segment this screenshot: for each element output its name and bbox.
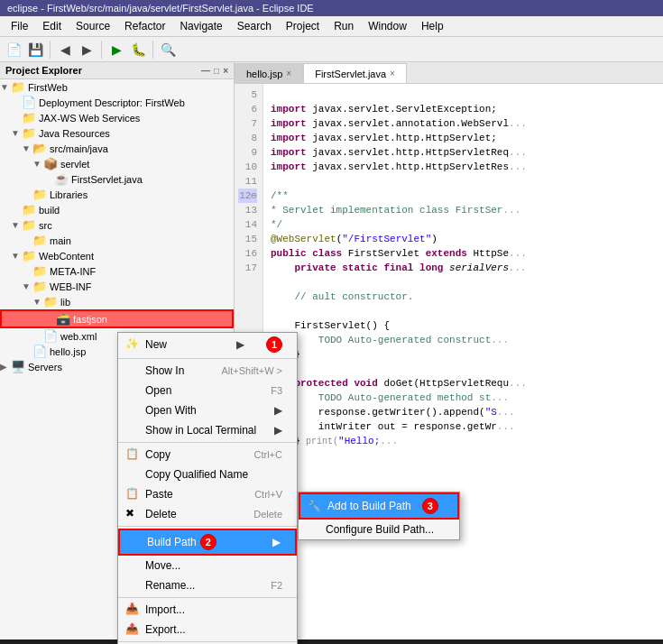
menu-window[interactable]: Window	[361, 18, 414, 34]
menu-source[interactable]: Source	[69, 18, 117, 34]
tree-indent-src-main	[0, 143, 22, 154]
ctx-openwith-arrow: ▶	[274, 404, 282, 417]
tree-toggle-webcontent[interactable]: ▼	[11, 251, 22, 261]
ctx-showlocal[interactable]: Show in Local Terminal ▶	[118, 420, 297, 440]
tree-toggle-src-main[interactable]: ▼	[22, 143, 32, 153]
tab-hello-jsp[interactable]: hello.jsp ×	[235, 63, 303, 83]
context-menu: ✨ New ▶ 1 Show In Alt+Shift+W > Open F3 …	[117, 332, 298, 644]
tree-item-libraries[interactable]: 📁Libraries	[0, 187, 234, 202]
tree-item-firstweb[interactable]: ▼📁FirstWeb	[0, 79, 234, 95]
ln-11: 11	[238, 174, 257, 189]
toolbar: 📄 💾 ◀ ▶ ▶ 🐛 🔍	[0, 37, 663, 62]
tree-label-src-main: src/main/java	[50, 143, 234, 154]
tree-item-lib[interactable]: ▼📁lib	[0, 294, 234, 309]
tree-label-src: src	[39, 220, 234, 231]
ctx-paste[interactable]: 📋 Paste Ctrl+V	[118, 484, 297, 504]
ctx-new[interactable]: ✨ New ▶ 1	[118, 333, 297, 356]
tree-label-jax: JAX-WS Web Services	[39, 113, 234, 124]
sub-addtobuildpath-badge: 3	[422, 498, 438, 514]
tree-item-servlet[interactable]: ▼📦servlet	[0, 156, 234, 171]
ln-10: 10	[238, 160, 257, 174]
toolbar-fwd-btn[interactable]: ▶	[77, 40, 97, 60]
toolbar-new-btn[interactable]: 📄	[4, 40, 23, 60]
ctx-rename[interactable]: Rename... F2	[118, 575, 297, 595]
code-content[interactable]: import javax.servlet.ServletException; i…	[263, 84, 663, 639]
menu-help[interactable]: Help	[414, 18, 451, 34]
ctx-openwith[interactable]: Open With ▶	[118, 400, 297, 420]
menu-file[interactable]: File	[4, 18, 35, 34]
tree-indent-web-xml	[0, 331, 32, 342]
ctx-export[interactable]: 📤 Export...	[118, 620, 297, 639]
code-line-doget: protected void doGet(HttpServletRequ...	[271, 376, 656, 391]
tree-toggle-java-res[interactable]: ▼	[11, 128, 22, 138]
menu-bar: File Edit Source Refactor Navigate Searc…	[0, 16, 663, 37]
toolbar-debug-btn[interactable]: 🐛	[128, 40, 148, 60]
ctx-copy[interactable]: 📋 Copy Ctrl+C	[118, 445, 297, 465]
ctx-import[interactable]: 📥 Import...	[118, 600, 297, 620]
tree-item-meta-inf[interactable]: 📁META-INF	[0, 263, 234, 279]
toolbar-back-btn[interactable]: ◀	[55, 40, 75, 60]
ctx-sep3	[118, 526, 297, 527]
ln-17: 17	[238, 261, 257, 275]
tree-item-dd[interactable]: 📄Deployment Descriptor: FirstWeb	[0, 95, 234, 110]
code-line-todo1: TODO Auto-generated construct...	[271, 333, 656, 347]
ctx-showin[interactable]: Show In Alt+Shift+W >	[118, 361, 297, 381]
tab-hello-jsp-close[interactable]: ×	[286, 69, 291, 78]
tree-toggle-servers[interactable]: ▶	[0, 362, 11, 372]
tab-firstservlet-java[interactable]: FirstServlet.java ×	[303, 63, 407, 83]
tree-toggle-web-inf[interactable]: ▼	[22, 281, 32, 291]
tree-item-firstservlet[interactable]: ☕FirstServlet.java	[0, 171, 234, 187]
tree-icon-fastjson: 🗃️	[56, 312, 70, 326]
tree-icon-firstweb: 📁	[11, 80, 25, 94]
tree-item-fastjson[interactable]: 🗃️fastjson	[0, 309, 234, 328]
panel-header-actions: — □ ×	[201, 66, 228, 76]
ctx-delete[interactable]: ✖ Delete Delete	[118, 504, 297, 524]
tree-item-src-main[interactable]: ▼📂src/main/java	[0, 141, 234, 156]
toolbar-save-btn[interactable]: 💾	[25, 40, 45, 60]
ctx-showin-shortcut: Alt+Shift+W >	[221, 365, 282, 376]
code-line-12: /**	[271, 189, 656, 203]
main-area: Project Explorer — □ × ▼📁FirstWeb 📄Deplo…	[0, 62, 663, 639]
tree-toggle-lib[interactable]: ▼	[32, 297, 43, 307]
ctx-move[interactable]: Move...	[118, 556, 297, 575]
tree-toggle-servlet[interactable]: ▼	[32, 159, 43, 169]
ctx-copyqualified[interactable]: Copy Qualified Name	[118, 465, 297, 484]
ctx-copy-shortcut: Ctrl+C	[254, 449, 282, 460]
sub-configurebuildpath[interactable]: Configure Build Path...	[299, 520, 459, 539]
ctx-buildpath[interactable]: Build Path 2 ▶	[118, 529, 297, 556]
title-text: eclipse - FirstWeb/src/main/java/servlet…	[7, 3, 314, 14]
panel-maximize-btn[interactable]: □	[214, 66, 219, 76]
ctx-open[interactable]: Open F3	[118, 381, 297, 400]
panel-minimize-btn[interactable]: —	[201, 66, 210, 76]
toolbar-run-btn[interactable]: ▶	[106, 40, 126, 60]
panel-close-btn[interactable]: ×	[223, 66, 228, 76]
tree-item-jax[interactable]: 📁JAX-WS Web Services	[0, 110, 234, 125]
tree-icon-servers: 🖥️	[11, 360, 25, 373]
tree-item-build[interactable]: 📁build	[0, 202, 234, 217]
ln-7: 7	[238, 116, 257, 131]
tree-item-main[interactable]: 📁main	[0, 233, 234, 248]
ctx-buildpath-label: Build Path	[147, 536, 197, 548]
code-line-b1	[271, 275, 656, 290]
tree-indent-build	[0, 205, 11, 216]
tree-item-java-res[interactable]: ▼📁Java Resources	[0, 125, 234, 141]
tree-item-webcontent[interactable]: ▼📁WebContent	[0, 248, 234, 263]
menu-run[interactable]: Run	[327, 18, 361, 34]
menu-navigate[interactable]: Navigate	[172, 18, 229, 34]
menu-search[interactable]: Search	[230, 18, 279, 34]
menu-refactor[interactable]: Refactor	[117, 18, 172, 34]
tree-item-web-inf[interactable]: ▼📁WEB-INF	[0, 279, 234, 294]
tree-indent-lib	[0, 297, 32, 308]
menu-project[interactable]: Project	[279, 18, 327, 34]
menu-edit[interactable]: Edit	[35, 18, 69, 34]
toolbar-search-btn[interactable]: 🔍	[158, 40, 178, 60]
tree-item-src[interactable]: ▼📁src	[0, 217, 234, 233]
code-line-b3	[271, 362, 656, 376]
tab-firstservlet-close[interactable]: ×	[390, 69, 395, 78]
editor-area[interactable]: 5 6 7 8 9 10 11 12⊖ 13 14 15 16 17	[235, 84, 663, 639]
tree-toggle-src[interactable]: ▼	[11, 220, 22, 230]
code-line-13: * Servlet implementation class FirstSer.…	[271, 203, 656, 217]
sub-addtobuildpath[interactable]: 🔧 Add to Build Path 3	[299, 492, 459, 520]
tree-label-webcontent: WebContent	[39, 251, 234, 262]
tree-toggle-firstweb[interactable]: ▼	[0, 82, 11, 92]
